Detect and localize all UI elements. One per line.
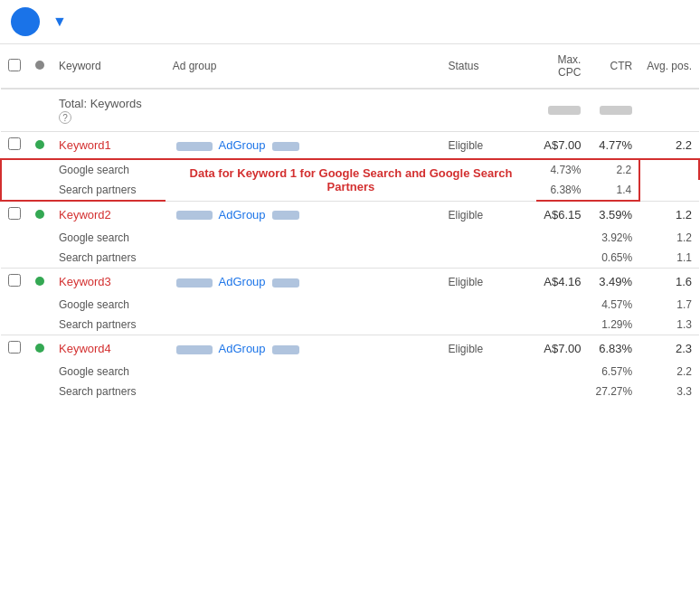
sub-avgpos: 1.3 bbox=[639, 315, 699, 335]
adgroup-blur-left bbox=[176, 345, 213, 354]
status-dot bbox=[35, 344, 44, 353]
avg-pos: 2.3 bbox=[639, 335, 699, 363]
ctr: 6.83% bbox=[588, 335, 639, 363]
adgroup-blur-right bbox=[272, 142, 299, 151]
max-cpc: A$6.15 bbox=[536, 201, 588, 228]
sub-label: Google search bbox=[52, 295, 166, 315]
sub-cb bbox=[1, 159, 28, 180]
status-dot-header bbox=[35, 61, 44, 70]
highlight-message: Data for Keyword 1 for Google Search and… bbox=[166, 159, 537, 201]
status-badge: Eligible bbox=[448, 209, 483, 222]
adgroup-name[interactable]: AdGroup bbox=[219, 208, 266, 222]
sub-label: Google search bbox=[52, 362, 166, 382]
sub-label: Search partners bbox=[52, 248, 166, 269]
sub-cb2 bbox=[1, 180, 28, 201]
col-keyword: Keyword bbox=[52, 44, 166, 89]
add-button[interactable] bbox=[11, 7, 40, 36]
keyword-row: Keyword2 AdGroup Eligible A$6.15 3.59% 1… bbox=[1, 201, 699, 228]
sub-empty bbox=[166, 248, 589, 269]
sub-dot bbox=[28, 382, 52, 401]
adgroup-blur-right bbox=[272, 211, 299, 220]
avg-pos: 2.2 bbox=[639, 132, 699, 160]
sub-label-partners: Search partners bbox=[52, 180, 166, 201]
keyword-row: Keyword4 AdGroup Eligible A$7.00 6.83% 2… bbox=[1, 335, 699, 363]
keyword-name[interactable]: Keyword3 bbox=[59, 275, 111, 288]
keyword-name[interactable]: Keyword4 bbox=[59, 342, 111, 355]
sub-empty bbox=[166, 315, 589, 335]
max-cpc: A$7.00 bbox=[536, 132, 588, 160]
select-all-checkbox[interactable] bbox=[8, 59, 21, 71]
sub-ctr-partners: 6.38% bbox=[536, 180, 588, 201]
sub-avgpos-partners: 1.4 bbox=[588, 180, 639, 201]
adgroup-blur-left bbox=[176, 142, 213, 151]
sub-row-search-partners: Search partners 0.65% 1.1 bbox=[1, 248, 699, 269]
avg-pos: 1.2 bbox=[639, 201, 699, 228]
col-avg-pos: Avg. pos. bbox=[639, 44, 699, 89]
sub-dot bbox=[28, 315, 52, 335]
sub-empty bbox=[166, 362, 589, 382]
sub-avgpos-google: 2.2 bbox=[588, 159, 639, 180]
keyword-name[interactable]: Keyword2 bbox=[59, 208, 111, 222]
adgroup-blur-left bbox=[176, 211, 213, 220]
avg-pos: 1.6 bbox=[639, 269, 699, 296]
sub-cb bbox=[1, 295, 28, 315]
sub-avgpos: 3.3 bbox=[639, 382, 699, 401]
toolbar: ▼ bbox=[0, 0, 700, 44]
sub-avgpos: 1.2 bbox=[639, 228, 699, 248]
sub-empty bbox=[166, 228, 589, 248]
sub-cb bbox=[1, 228, 28, 248]
keyword-row: Keyword3 AdGroup Eligible A$4.16 3.49% 1… bbox=[1, 269, 699, 296]
status-dot bbox=[35, 140, 44, 149]
col-dot bbox=[28, 44, 52, 89]
total-label: Total: Keywords ? bbox=[52, 89, 166, 132]
sub-dot bbox=[28, 295, 52, 315]
sub-avgpos: 1.1 bbox=[639, 248, 699, 269]
sub-empty bbox=[166, 382, 589, 401]
sub-ctr: 27.27% bbox=[588, 382, 639, 401]
col-status: Status bbox=[440, 44, 536, 89]
ctr: 3.59% bbox=[588, 201, 639, 228]
sub-ctr: 3.92% bbox=[588, 228, 639, 248]
sub-ctr-google: 4.73% bbox=[536, 159, 588, 180]
sub-ctr: 1.29% bbox=[588, 315, 639, 335]
kw-checkbox[interactable] bbox=[8, 137, 21, 150]
sub-dot bbox=[28, 159, 52, 180]
adgroup-name[interactable]: AdGroup bbox=[219, 342, 266, 355]
kw-checkbox[interactable] bbox=[8, 274, 21, 287]
max-cpc: A$7.00 bbox=[536, 335, 588, 363]
sub-label-google: Google search bbox=[52, 159, 166, 180]
col-adgroup: Ad group bbox=[166, 44, 441, 89]
sub-row-google-search: Google search 3.92% 1.2 bbox=[1, 228, 699, 248]
ctr: 4.77% bbox=[588, 132, 639, 160]
sub-label: Google search bbox=[52, 228, 166, 248]
sub-row-search-partners: Search partners 27.27% 3.3 bbox=[1, 382, 699, 401]
adgroup-blur-left bbox=[176, 278, 213, 288]
sub-avgpos: 2.2 bbox=[639, 362, 699, 382]
filter-icon: ▼ bbox=[52, 14, 67, 30]
kw-checkbox[interactable] bbox=[8, 207, 21, 220]
sub-cb bbox=[1, 248, 28, 269]
keyword-row: Keyword1 AdGroup Eligible A$7.00 4.77% 2… bbox=[1, 132, 699, 160]
sub-empty bbox=[166, 295, 589, 315]
adgroup-name[interactable]: AdGroup bbox=[219, 275, 266, 288]
col-ctr: CTR bbox=[588, 44, 639, 89]
status-badge: Eligible bbox=[448, 343, 483, 355]
adgroup-name[interactable]: AdGroup bbox=[219, 138, 266, 152]
col-checkbox bbox=[1, 44, 28, 89]
sub-row-google-search: Google search Data for Keyword 1 for Goo… bbox=[1, 159, 699, 180]
keyword-name[interactable]: Keyword1 bbox=[59, 138, 111, 152]
status-dot bbox=[35, 210, 44, 219]
adgroup-blur-right bbox=[272, 278, 299, 288]
sub-avgpos: 1.7 bbox=[639, 295, 699, 315]
sub-cb bbox=[1, 315, 28, 335]
total-row: Total: Keywords ? bbox=[1, 89, 699, 132]
total-avg-blur bbox=[600, 106, 632, 115]
sub-dot bbox=[28, 228, 52, 248]
table-wrapper: Keyword Ad group Status Max.CPC CTR Avg.… bbox=[0, 44, 700, 401]
sub-dot bbox=[28, 248, 52, 269]
keywords-table: Keyword Ad group Status Max.CPC CTR Avg.… bbox=[0, 44, 700, 401]
adgroup-blur-right bbox=[272, 345, 299, 354]
kw-checkbox[interactable] bbox=[8, 341, 21, 354]
sub-row-google-search: Google search 6.57% 2.2 bbox=[1, 362, 699, 382]
status-badge: Eligible bbox=[448, 276, 483, 288]
